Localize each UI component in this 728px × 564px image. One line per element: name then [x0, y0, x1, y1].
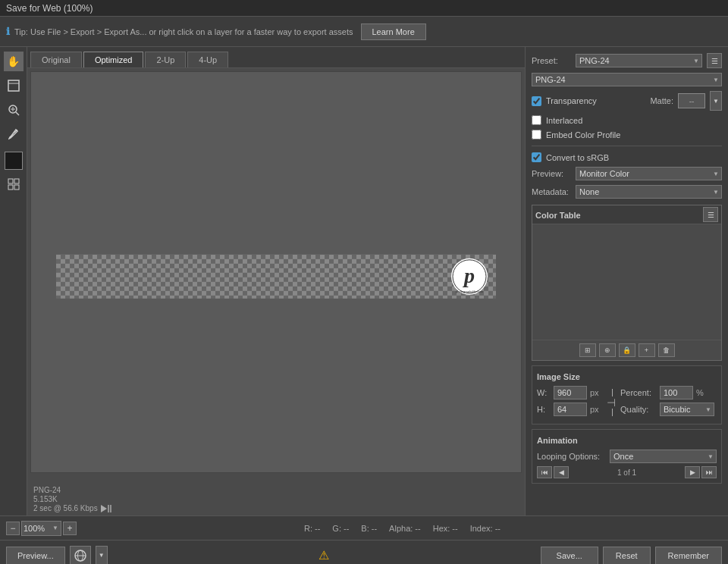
timing-info: 2 sec @ 56.6 Kbps: [33, 504, 519, 512]
percent-row: Percent: %: [620, 386, 714, 400]
slice-select-tool-button[interactable]: [4, 76, 24, 96]
matte-label: Matte:: [650, 96, 673, 105]
svg-text:photographylife.com: photographylife.com: [456, 290, 484, 293]
reset-button[interactable]: Reset: [603, 547, 651, 565]
bottom-center: ⚠: [318, 548, 329, 562]
save-button[interactable]: Save...: [541, 547, 598, 565]
zoom-minus-button[interactable]: −: [6, 522, 20, 535]
canvas-viewport[interactable]: p photographylife.com: [30, 71, 522, 473]
percent-quality-area: Percent: % Quality: Bicubic Bilinear Nea…: [620, 386, 714, 419]
interlaced-row: Interlaced: [532, 115, 722, 125]
left-toolbar: ✋: [0, 47, 27, 515]
zoom-select-wrapper: 100% 50% 200%: [21, 521, 61, 536]
main-layout: ✋ Original Optimized 2-Up 4-Up: [0, 47, 728, 515]
percent-symbol: %: [696, 388, 708, 397]
convert-srgb-row: Convert to sRGB: [532, 152, 722, 162]
status-info: R: -- G: -- B: -- Alpha: -- Hex: -- Inde…: [83, 524, 722, 533]
page-indicator: 1 of 1: [617, 468, 636, 477]
color-table-delete-button[interactable]: 🗑: [658, 343, 675, 357]
warning-icon: ⚠: [318, 548, 329, 562]
quality-row: Quality: Bicubic Bilinear Nearest: [620, 403, 714, 416]
preset-label: Preset:: [532, 56, 571, 65]
preset-select-wrapper: PNG-24 PNG-8 JPEG GIF: [576, 54, 702, 67]
canvas-info: PNG-24 5.153K 2 sec @ 56.6 Kbps: [27, 476, 525, 515]
toggle-slices-button[interactable]: [4, 174, 24, 194]
matte-row: Matte: -- ▼: [650, 91, 722, 111]
first-frame-button[interactable]: ⏮: [537, 466, 552, 478]
zoom-tool-button[interactable]: [4, 100, 24, 120]
zoom-select[interactable]: 100% 50% 200%: [21, 521, 61, 536]
zoom-plus-button[interactable]: +: [63, 522, 77, 535]
height-row: H: px: [537, 403, 602, 416]
status-bar: − 100% 50% 200% + R: -- G: -- B: -- Alph…: [0, 515, 728, 540]
matte-dropdown-button[interactable]: ▼: [710, 91, 722, 111]
color-table-map-button[interactable]: ⊞: [579, 343, 596, 357]
next-frame-button[interactable]: ▶: [685, 466, 700, 478]
quality-label: Quality:: [620, 405, 657, 414]
transparency-checkbox[interactable]: [532, 96, 541, 106]
tab-4up[interactable]: 4-Up: [187, 52, 228, 67]
interlaced-label: Interlaced: [546, 116, 582, 125]
height-input[interactable]: [554, 403, 587, 416]
svg-rect-10: [14, 185, 19, 190]
transparency-checkbox-row: Transparency: [532, 96, 597, 106]
color-table-menu-button[interactable]: ☰: [703, 207, 718, 222]
tab-original[interactable]: Original: [30, 52, 82, 67]
width-label: W:: [537, 388, 551, 397]
color-table-new-button[interactable]: +: [639, 343, 655, 357]
bottom-right: Save... Reset Remember: [541, 547, 722, 565]
tab-optimized[interactable]: Optimized: [83, 52, 144, 67]
image-size-section: Image Size W: px H: px: [532, 365, 722, 425]
svg-rect-8: [14, 179, 19, 183]
bottom-left: Preview... ▼: [6, 546, 108, 565]
transparency-row: Transparency Matte: -- ▼: [532, 91, 722, 111]
preview-select[interactable]: Monitor Color sRGB Legacy: [576, 167, 722, 180]
last-frame-button[interactable]: ⏭: [701, 466, 717, 478]
preview-button[interactable]: Preview...: [6, 547, 65, 565]
interlaced-checkbox[interactable]: [532, 115, 541, 125]
file-size-info: 5.153K: [33, 495, 519, 503]
height-label: H:: [537, 405, 551, 414]
hand-tool-button[interactable]: ✋: [4, 52, 24, 71]
metadata-row: Metadata: None Copyright All: [532, 185, 722, 199]
tip-bar: ℹ Tip: Use File > Export > Export As... …: [0, 17, 728, 47]
looping-label: Looping Options:: [537, 452, 605, 461]
animation-label: Animation: [537, 436, 717, 445]
embed-color-checkbox[interactable]: [532, 130, 541, 139]
format-select[interactable]: PNG-24 PNG-8 JPEG GIF: [532, 73, 722, 86]
quality-select[interactable]: Bicubic Bilinear Nearest: [660, 403, 714, 416]
g-value: G: --: [332, 524, 349, 533]
tab-2up[interactable]: 2-Up: [145, 52, 186, 67]
percent-input[interactable]: [660, 386, 693, 400]
eyedropper-tool-button[interactable]: [4, 124, 24, 144]
matte-box[interactable]: --: [678, 93, 705, 108]
bottom-bar: Preview... ▼ ⚠ Save... Reset Remember: [0, 540, 728, 564]
constrain-proportions-icon[interactable]: ⊣: [607, 396, 616, 409]
preset-select[interactable]: PNG-24 PNG-8 JPEG GIF: [576, 54, 702, 67]
color-table-header: Color Table ☰: [532, 205, 721, 224]
prev-frame-button[interactable]: ◀: [554, 466, 569, 478]
format-row: PNG-24 PNG-8 JPEG GIF: [532, 73, 722, 86]
metadata-select-wrapper: None Copyright All: [576, 185, 722, 199]
width-row: W: px: [537, 386, 602, 400]
looping-select[interactable]: Once Forever: [610, 450, 717, 463]
foreground-color-swatch[interactable]: [5, 152, 23, 170]
remember-button[interactable]: Remember: [655, 547, 722, 565]
preset-menu-button[interactable]: ☰: [707, 53, 722, 68]
browser-button[interactable]: [70, 546, 91, 565]
color-table-lock-button[interactable]: 🔒: [619, 343, 635, 357]
page-forward-buttons: ▶ ⏭: [685, 466, 717, 478]
watermark-logo: p photographylife.com: [450, 258, 488, 296]
preview-dropdown-button[interactable]: ▼: [96, 546, 108, 565]
svg-line-3: [16, 112, 19, 115]
svg-rect-7: [8, 179, 13, 183]
width-height-row: W: px H: px ⊣: [537, 386, 717, 419]
learn-more-button[interactable]: Learn More: [361, 24, 426, 40]
metadata-select[interactable]: None Copyright All: [576, 185, 722, 199]
looping-row: Looping Options: Once Forever: [537, 450, 717, 463]
color-table-web-button[interactable]: ⊕: [599, 343, 616, 357]
width-input[interactable]: [554, 386, 587, 400]
preview-row: Preview: Monitor Color sRGB Legacy: [532, 167, 722, 180]
alpha-value: Alpha: --: [389, 524, 421, 533]
convert-srgb-checkbox[interactable]: [532, 152, 541, 162]
